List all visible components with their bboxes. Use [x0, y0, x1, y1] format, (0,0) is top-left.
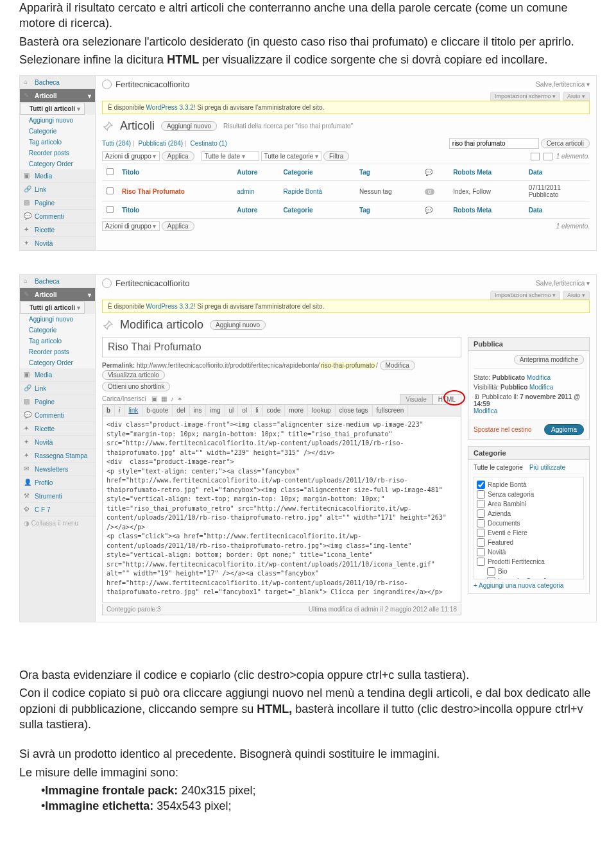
preview-changes-button[interactable]: Anteprima modifiche	[514, 355, 584, 364]
media-audio-icon[interactable]: ♪	[171, 395, 174, 402]
sidebar-link-2[interactable]: 🔗Link	[20, 382, 95, 395]
th-robots[interactable]: Robots Meta	[449, 164, 525, 181]
category-item[interactable]: Eventi e Fiere	[477, 528, 581, 538]
add-category-link[interactable]: + Aggiungi una nuova categoria	[474, 579, 584, 589]
th-date[interactable]: Data	[525, 164, 590, 181]
category-checkbox[interactable]	[477, 481, 485, 489]
category-checkbox[interactable]	[477, 519, 485, 527]
cat-tab-all[interactable]: Tutte le categorie	[474, 464, 523, 471]
tf-tag[interactable]: Tag	[355, 202, 421, 219]
tb-bold[interactable]: b	[103, 405, 115, 416]
tf-comments[interactable]: 💬	[421, 202, 449, 219]
category-checkbox[interactable]	[477, 548, 485, 556]
tf-title[interactable]: Titolo	[118, 202, 233, 219]
th-cat[interactable]: Categorie	[279, 164, 355, 181]
sidebar-profilo[interactable]: 👤Profilo	[20, 476, 95, 490]
tf-date[interactable]: Data	[525, 202, 590, 219]
category-checkbox[interactable]	[477, 558, 485, 566]
wp-greeting-2[interactable]: Salve,fertitecnica ▾	[536, 280, 590, 287]
th-tag[interactable]: Tag	[355, 164, 421, 181]
notice-link[interactable]: WordPress 3.3.2	[146, 104, 193, 111]
category-item[interactable]: Featured	[477, 538, 581, 547]
category-item[interactable]: Senza categoria	[477, 490, 581, 499]
sidebar-sub-cat-2[interactable]: Categorie	[20, 325, 95, 336]
sidebar-pagine[interactable]: ▤Pagine	[20, 196, 95, 210]
sidebar-rassegna[interactable]: ✦Rassegna Stampa	[20, 449, 95, 463]
cat-tab-popular[interactable]: Più utilizzate	[529, 464, 565, 471]
view-excerpt-icon[interactable]	[543, 153, 552, 160]
tab-visual[interactable]: Visuale	[400, 394, 432, 404]
sidebar-strumenti[interactable]: ⚒Strumenti	[20, 490, 95, 503]
sidebar-sub-tag-2[interactable]: Tag articolo	[20, 336, 95, 346]
tf-robots[interactable]: Robots Meta	[449, 202, 525, 219]
sidebar-bacheca-2[interactable]: ⌂Bacheca	[20, 275, 95, 288]
tb-ol[interactable]: ol	[238, 405, 252, 416]
media-image-icon[interactable]: ▣	[151, 395, 157, 402]
sidebar-commenti-2[interactable]: 💬Commenti	[20, 409, 95, 422]
filter-all[interactable]: Tutti (284)	[102, 140, 131, 147]
category-item[interactable]: Novità	[477, 547, 581, 557]
wp-greeting[interactable]: Salve,fertitecnica ▾	[536, 81, 590, 88]
post-title-input[interactable]	[102, 337, 461, 357]
tb-fullscreen[interactable]: fullscreen	[373, 405, 409, 416]
sidebar-sub-all-2[interactable]: Tutti gli articoli	[20, 302, 85, 314]
row-comments-badge[interactable]: 0	[425, 189, 434, 195]
tb-link[interactable]: link	[124, 405, 142, 416]
shortlink-button[interactable]: Ottieni uno shortlink	[102, 382, 170, 391]
tf-cat[interactable]: Categorie	[279, 202, 355, 219]
tb-lookup[interactable]: lookup	[308, 405, 335, 416]
tb-closetags[interactable]: close tags	[336, 405, 373, 416]
row-author-link[interactable]: admin	[237, 188, 254, 195]
wp-site-title-2[interactable]: Fertitecnicacolfiorito	[102, 278, 190, 288]
sidebar-sub-all[interactable]: Tutti gli articoli	[20, 103, 85, 115]
th-author[interactable]: Autore	[233, 164, 279, 181]
filter-trash[interactable]: Cestinato (1)	[190, 140, 227, 147]
category-list[interactable]: Rapide BontàSenza categoriaArea BambiniA…	[474, 477, 584, 579]
sidebar-articoli-2[interactable]: ✎Articoli▾	[20, 288, 95, 302]
tb-ul[interactable]: ul	[225, 405, 239, 416]
status-edit-link[interactable]: Modifica	[527, 374, 551, 381]
category-item[interactable]: Bio	[477, 567, 581, 576]
sidebar-novita-2[interactable]: ✦Novità	[20, 436, 95, 449]
screen-options-tab-2[interactable]: Impostazioni schermo ▾	[490, 291, 560, 300]
notice-link[interactable]: WordPress 3.3.2	[146, 303, 193, 310]
tb-img[interactable]: img	[206, 405, 225, 416]
tb-del[interactable]: del	[173, 405, 189, 416]
sidebar-pagine-2[interactable]: ▤Pagine	[20, 395, 95, 409]
search-input[interactable]	[449, 138, 539, 149]
category-item[interactable]: Area Bambini	[477, 499, 581, 509]
categories-select[interactable]: Tutte le categorie	[261, 151, 322, 161]
sidebar-cf7[interactable]: ⚙C F 7	[20, 503, 95, 517]
category-checkbox[interactable]	[477, 500, 485, 508]
pubon-edit-link[interactable]: Modifica	[474, 407, 497, 414]
category-item[interactable]: Prodotti Fertitecnica	[477, 557, 581, 567]
select-all-checkbox[interactable]	[107, 168, 114, 175]
dates-select[interactable]: Tutte le date	[201, 151, 259, 161]
apply-button-foot[interactable]: Applica	[162, 221, 194, 231]
view-list-icon[interactable]	[531, 153, 540, 160]
category-checkbox[interactable]	[477, 509, 485, 518]
update-button[interactable]: Aggiorna	[544, 424, 584, 435]
category-item[interactable]: Documents	[477, 518, 581, 528]
sidebar-sub-cat[interactable]: Categorie	[20, 126, 95, 137]
tf-author[interactable]: Autore	[233, 202, 279, 219]
tb-li[interactable]: li	[252, 405, 262, 416]
tb-bquote[interactable]: b-quote	[142, 405, 173, 416]
tb-ins[interactable]: ins	[190, 405, 207, 416]
tb-italic[interactable]: i	[115, 405, 124, 416]
permalink-edit-button[interactable]: Modifica	[380, 361, 415, 370]
row-title-link[interactable]: Riso Thai Profumato	[122, 188, 185, 195]
collapse-menu[interactable]: ◑ Collassa il menu	[20, 517, 95, 530]
add-new-button-2[interactable]: Aggiungi nuovo	[210, 320, 266, 330]
sidebar-articoli[interactable]: ✎Articoli▾	[20, 89, 95, 103]
row-checkbox[interactable]	[107, 187, 114, 194]
sidebar-bacheca[interactable]: ⌂Bacheca	[20, 76, 95, 89]
media-other-icon[interactable]: ✶	[177, 395, 182, 402]
apply-button[interactable]: Applica	[162, 151, 194, 161]
sidebar-sub-tag[interactable]: Tag articolo	[20, 137, 95, 148]
html-editor-textarea[interactable]	[102, 416, 461, 602]
category-checkbox[interactable]	[477, 490, 485, 499]
sidebar-sub-new-2[interactable]: Aggiungi nuovo	[20, 314, 95, 325]
sidebar-sub-reorder-2[interactable]: Reorder posts	[20, 346, 95, 357]
category-checkbox[interactable]	[487, 567, 495, 576]
